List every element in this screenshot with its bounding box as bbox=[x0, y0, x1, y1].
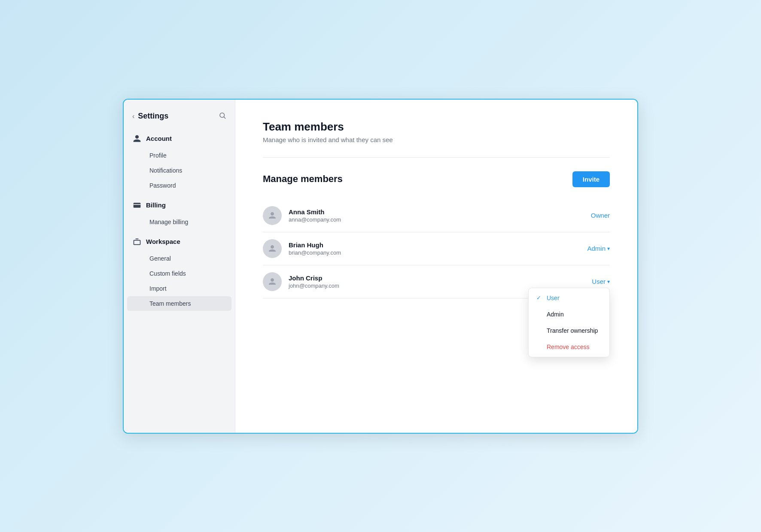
page-subtitle: Manage who is invited and what they can … bbox=[263, 136, 610, 143]
member-email: anna@company.com bbox=[289, 216, 591, 223]
role-label: Admin bbox=[587, 245, 606, 252]
svg-line-1 bbox=[224, 117, 225, 118]
dropdown-item-admin[interactable]: Admin bbox=[529, 306, 609, 322]
member-info: Anna Smith anna@company.com bbox=[289, 208, 591, 223]
search-icon[interactable] bbox=[219, 112, 226, 121]
table-row: Anna Smith anna@company.com Owner bbox=[263, 199, 610, 232]
workspace-section-header[interactable]: Workspace bbox=[124, 233, 235, 251]
member-role-admin[interactable]: Admin ▾ bbox=[587, 245, 610, 252]
dropdown-item-label: Remove access bbox=[547, 344, 590, 350]
dropdown-item-remove[interactable]: Remove access bbox=[529, 339, 609, 355]
member-role-owner: Owner bbox=[591, 212, 610, 219]
billing-section-label: Billing bbox=[146, 201, 166, 209]
main-content: Team members Manage who is invited and w… bbox=[235, 100, 637, 433]
sidebar-item-notifications[interactable]: Notifications bbox=[127, 163, 231, 178]
sidebar-header-left: ‹ Settings bbox=[132, 112, 168, 121]
table-row: John Crisp john@company.com User ▾ ✓ Use… bbox=[263, 265, 610, 298]
avatar bbox=[263, 206, 282, 225]
dropdown-item-label: User bbox=[547, 295, 560, 301]
dropdown-item-label: Admin bbox=[547, 311, 564, 318]
dropdown-item-label: Transfer ownership bbox=[547, 327, 598, 334]
dropdown-item-transfer[interactable]: Transfer ownership bbox=[529, 322, 609, 339]
billing-icon bbox=[132, 201, 142, 210]
sidebar-item-password[interactable]: Password bbox=[127, 178, 231, 193]
sidebar-section-account: Account Profile Notifications Password bbox=[124, 130, 235, 193]
check-icon: ✓ bbox=[536, 295, 543, 301]
sidebar-item-import[interactable]: Import bbox=[127, 281, 231, 296]
member-email: brian@company.com bbox=[289, 249, 587, 256]
chevron-down-icon: ▾ bbox=[607, 246, 610, 252]
sidebar-item-custom-fields[interactable]: Custom fields bbox=[127, 266, 231, 281]
account-icon bbox=[132, 134, 142, 143]
page-title: Team members bbox=[263, 120, 610, 134]
role-label: User bbox=[592, 278, 606, 285]
avatar bbox=[263, 239, 282, 258]
chevron-down-icon: ▾ bbox=[607, 279, 610, 285]
svg-rect-2 bbox=[134, 203, 141, 208]
sidebar-header: ‹ Settings bbox=[124, 108, 235, 130]
sidebar-item-team-members[interactable]: Team members bbox=[127, 296, 231, 311]
avatar bbox=[263, 272, 282, 291]
section-divider bbox=[263, 157, 610, 158]
role-dropdown-menu: ✓ User Admin Transfer ownership Remove a… bbox=[528, 288, 610, 357]
workspace-icon bbox=[132, 237, 142, 246]
table-row: Brian Hugh brian@company.com Admin ▾ bbox=[263, 232, 610, 265]
sidebar-section-billing: Billing Manage billing bbox=[124, 196, 235, 229]
member-role-user[interactable]: User ▾ bbox=[592, 278, 610, 285]
members-list: Anna Smith anna@company.com Owner Brian … bbox=[263, 199, 610, 298]
member-name: John Crisp bbox=[289, 274, 592, 282]
back-icon[interactable]: ‹ bbox=[132, 112, 134, 120]
account-section-label: Account bbox=[146, 135, 172, 142]
sidebar: ‹ Settings Account Profile Notification bbox=[124, 100, 235, 433]
sidebar-item-general[interactable]: General bbox=[127, 251, 231, 266]
sidebar-section-workspace: Workspace General Custom fields Import T… bbox=[124, 233, 235, 311]
member-info: Brian Hugh brian@company.com bbox=[289, 241, 587, 256]
member-name: Brian Hugh bbox=[289, 241, 587, 249]
workspace-section-label: Workspace bbox=[146, 238, 180, 245]
section-header: Manage members Invite bbox=[263, 171, 610, 187]
sidebar-item-profile[interactable]: Profile bbox=[127, 148, 231, 163]
section-title: Manage members bbox=[263, 173, 343, 185]
sidebar-item-manage-billing[interactable]: Manage billing bbox=[127, 215, 231, 229]
billing-section-header[interactable]: Billing bbox=[124, 196, 235, 214]
member-name: Anna Smith bbox=[289, 208, 591, 216]
invite-button[interactable]: Invite bbox=[572, 171, 610, 187]
svg-point-0 bbox=[220, 113, 225, 118]
dropdown-item-user[interactable]: ✓ User bbox=[529, 290, 609, 306]
member-info: John Crisp john@company.com bbox=[289, 274, 592, 289]
sidebar-title: Settings bbox=[138, 112, 168, 121]
account-section-header[interactable]: Account bbox=[124, 130, 235, 148]
